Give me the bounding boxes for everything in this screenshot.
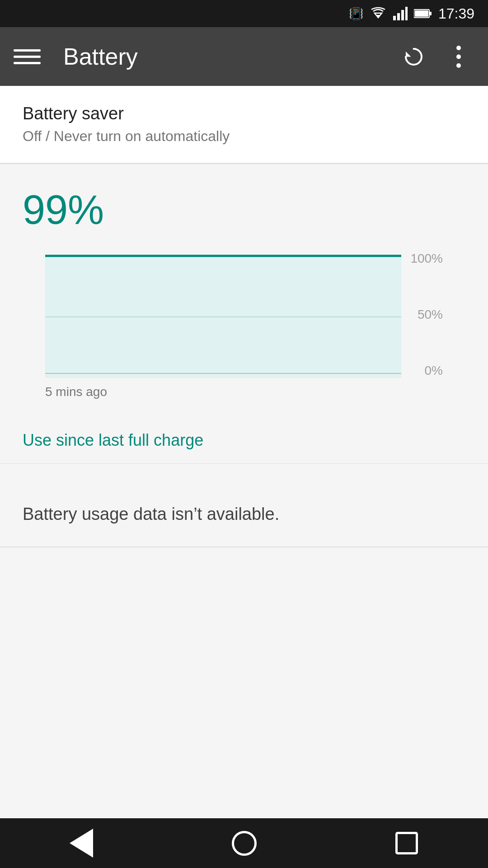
svg-point-10: [456, 63, 461, 68]
refresh-icon: [401, 44, 426, 69]
battery-saver-title: Battery saver: [23, 104, 465, 123]
menu-button[interactable]: [14, 49, 41, 64]
svg-point-8: [456, 46, 461, 50]
home-button[interactable]: [226, 825, 262, 861]
recents-icon: [395, 832, 418, 854]
home-icon: [232, 831, 257, 856]
refresh-button[interactable]: [398, 41, 429, 72]
content-area: Battery saver Off / Never turn on automa…: [0, 86, 488, 818]
more-options-button[interactable]: [443, 41, 474, 72]
battery-percentage-section: 99% 100%: [0, 164, 488, 417]
battery-usage-message: Battery usage data isn’t available.: [23, 505, 279, 524]
recents-button[interactable]: [389, 825, 425, 861]
chart-label-0: 0%: [425, 363, 443, 378]
chart-time-label: 5 mins ago: [45, 385, 443, 399]
use-since-link[interactable]: Use since last full charge: [23, 431, 203, 449]
svg-point-9: [456, 54, 461, 59]
chart-label-50: 50%: [418, 307, 443, 322]
divider-2: [0, 547, 488, 547]
back-button[interactable]: [63, 825, 99, 861]
svg-rect-6: [415, 10, 428, 17]
status-icons: 📳 17:39: [349, 5, 474, 22]
status-time: 17:39: [438, 5, 474, 22]
chart-svg: [45, 251, 401, 378]
svg-rect-3: [405, 7, 408, 20]
chart-label-100: 100%: [410, 251, 443, 266]
svg-rect-0: [393, 16, 396, 20]
navigation-bar: [0, 818, 488, 868]
vibrate-icon: 📳: [349, 7, 363, 21]
spacer: [0, 464, 488, 482]
battery-percentage-value: 99%: [23, 187, 465, 233]
svg-rect-2: [401, 10, 404, 20]
battery-saver-subtitle: Off / Never turn on automatically: [23, 128, 465, 145]
battery-icon: [414, 8, 432, 19]
back-icon: [70, 829, 93, 858]
svg-marker-7: [406, 52, 411, 57]
app-bar: Battery: [0, 27, 488, 86]
chart-labels: 100% 50% 0%: [401, 251, 443, 378]
battery-usage-section: Battery usage data isn’t available.: [0, 482, 488, 547]
signal-icon: [393, 7, 408, 20]
wifi-icon: [370, 7, 387, 20]
chart-area: 100% 50% 0%: [45, 251, 443, 378]
page-title: Battery: [63, 43, 384, 70]
battery-saver-section[interactable]: Battery saver Off / Never turn on automa…: [0, 86, 488, 163]
svg-rect-1: [397, 13, 400, 20]
use-since-section[interactable]: Use since last full charge: [0, 417, 488, 464]
status-bar: 📳 17:39: [0, 0, 488, 27]
more-options-icon: [455, 44, 462, 69]
chart-graph: [45, 251, 401, 378]
battery-chart: 100% 50% 0% 5 mins ago: [45, 251, 443, 399]
svg-rect-5: [429, 12, 432, 15]
